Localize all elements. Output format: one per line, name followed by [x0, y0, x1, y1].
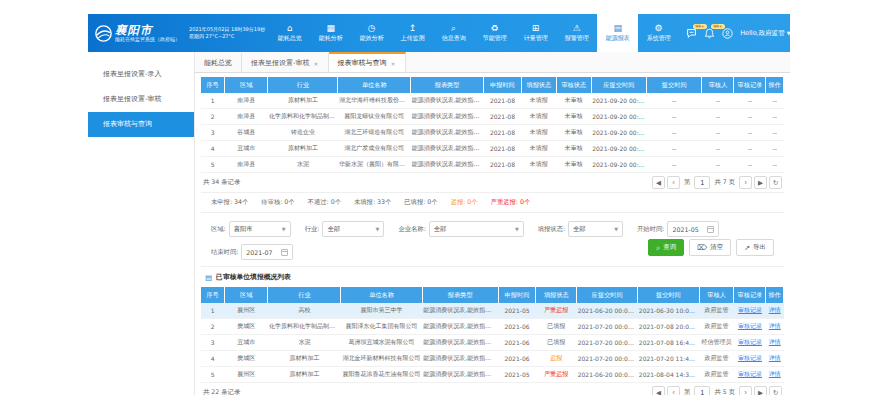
- last-page-button[interactable]: ▶: [754, 386, 767, 395]
- meter-icon: ⊞: [532, 23, 540, 33]
- table-cell: 2021-09-20 00:00:00: [591, 125, 646, 141]
- column-header: 行业: [268, 77, 338, 93]
- report-icon: ▤: [613, 23, 622, 33]
- table-row[interactable]: 2樊城区化学原料和化学制品制造业襄阳泽东化工集团有限公司能源消费状况表,能效指标…: [201, 319, 784, 335]
- refresh-icon[interactable]: ↻: [769, 386, 782, 395]
- table-row[interactable]: 3宜城市水泥葛洲坝宜城水泥有限公司能源消费状况表,能效指标情...2021-06…: [201, 335, 784, 351]
- table-row[interactable]: 4樊城区原材料加工湖北金环新材料科技有限公司能源消费状况表,能效指标情...20…: [201, 351, 784, 367]
- table-cell: 5: [201, 367, 224, 383]
- table-cell: 迟报: [536, 351, 577, 367]
- tab-3[interactable]: 报表审核与查询×: [329, 52, 406, 72]
- nav-item-1[interactable]: ⌂能耗总览: [269, 14, 310, 52]
- nav-item-9[interactable]: ▤能源报表: [597, 14, 638, 52]
- table-row[interactable]: 3谷城县铸造企业湖北三环锻造有限公司能源消费状况表,能效指标...2021-08…: [201, 125, 784, 141]
- table-cell: 2: [201, 319, 224, 335]
- column-header: 行业: [268, 287, 341, 303]
- table-cell: 2021-06-20 00:00:00: [577, 303, 638, 319]
- app-window: 襄阳市 能耗在线监管系统（政府端） 2021年05月02日 18时39分19秒 …: [88, 14, 790, 395]
- user-menu[interactable]: Hello,政府监管 ▼: [740, 29, 790, 38]
- table-cell: 政府监管: [699, 319, 734, 335]
- table-row[interactable]: 2南漳县化学原料和化学制品制造业襄阳龙蟒钛业有限公司能源消费状况表,能效指标..…: [201, 109, 784, 125]
- table-row[interactable]: 1南漳县原材料加工湖北华海纤维科技股份有...能源消费状况表,能效指标...20…: [201, 93, 784, 109]
- table-cell: 未审核: [556, 125, 591, 141]
- table-cell: 2021-06: [498, 351, 536, 367]
- detail-link[interactable]: 详情: [769, 338, 781, 345]
- sidebar-item-1[interactable]: 报表呈报设置-录入: [88, 62, 194, 87]
- refresh-icon[interactable]: ↻: [769, 176, 782, 189]
- detail-link[interactable]: 详情: [769, 354, 781, 361]
- page-input[interactable]: [694, 386, 710, 395]
- search-button[interactable]: ⌕查询: [648, 239, 684, 256]
- industry-select[interactable]: 全部▼: [322, 221, 384, 237]
- column-header: 序号: [201, 287, 224, 303]
- nav-item-2[interactable]: ▦能耗分析: [310, 14, 351, 52]
- table-cell: 未审核: [556, 93, 591, 109]
- region-select[interactable]: 襄阳市▼: [229, 221, 291, 237]
- table-cell: --: [702, 109, 734, 125]
- nav-item-10[interactable]: ⚙系统管理: [638, 14, 679, 52]
- pending-table-pager: ◀‹第共 7 页›▶↻: [652, 176, 782, 189]
- table-cell: 5: [201, 157, 224, 173]
- nav-item-7[interactable]: ⊞计量管理: [515, 14, 556, 52]
- table-row[interactable]: 1襄州区高校襄阳市第三中学能源消费状况表,能效指标情...2021-05严重迟报…: [201, 303, 784, 319]
- table-cell: 原材料加工: [268, 351, 341, 367]
- tab-1[interactable]: 能耗总览: [195, 52, 242, 72]
- table-row[interactable]: 5襄州区原材料加工襄阳鲁花浓香花生油有限公司能源消费状况表,能效指标情...20…: [201, 367, 784, 383]
- export-button[interactable]: ↗导出: [736, 239, 774, 256]
- nav-item-8[interactable]: ⚠报警管理: [556, 14, 597, 52]
- prev-page-button[interactable]: ‹: [667, 176, 680, 189]
- sidebar-item-3[interactable]: 报表审核与查询: [88, 112, 194, 137]
- close-icon[interactable]: ×: [314, 60, 319, 67]
- column-header: 区域: [224, 287, 268, 303]
- nav-item-5[interactable]: ⌕信息查询: [433, 14, 474, 52]
- tab-2[interactable]: 报表呈报设置-审核×: [242, 52, 329, 72]
- table-cell: 2021-06: [498, 335, 536, 351]
- detail-link[interactable]: 详情: [769, 370, 781, 377]
- audit-record-link[interactable]: 审核记录: [738, 306, 762, 313]
- table-cell: 详情: [766, 351, 784, 367]
- first-page-button[interactable]: ◀: [652, 386, 665, 395]
- company-select[interactable]: 全部▼: [429, 221, 524, 237]
- chevron-down-icon: ▼: [376, 226, 380, 232]
- message-button[interactable]: 99+: [686, 28, 697, 39]
- table-cell: --: [734, 109, 766, 125]
- nav-item-3[interactable]: ◷能效分析: [351, 14, 392, 52]
- nav-item-label: 系统管理: [647, 34, 671, 43]
- nav-item-label: 报警管理: [565, 34, 589, 43]
- fill-status-select[interactable]: 全部▼: [568, 221, 623, 237]
- page-input[interactable]: [694, 176, 710, 189]
- start-time-input[interactable]: 2021-05: [667, 221, 719, 237]
- table-row[interactable]: 5南漳县水泥华新水泥（襄阳）有限公司能源消费状况表,能效指标...2021-08…: [201, 157, 784, 173]
- table-cell: 湖北三环锻造有限公司: [338, 125, 411, 141]
- next-page-button[interactable]: ›: [739, 176, 752, 189]
- table-cell: 南漳县: [224, 93, 268, 109]
- sidebar-item-2[interactable]: 报表呈报设置-审核: [88, 87, 194, 112]
- detail-link[interactable]: 详情: [769, 306, 781, 313]
- total-pages-label: 共 7 页: [712, 178, 737, 187]
- detail-link[interactable]: 详情: [769, 322, 781, 329]
- audit-record-link[interactable]: 审核记录: [738, 354, 762, 361]
- audit-record-link[interactable]: 审核记录: [738, 322, 762, 329]
- last-page-button[interactable]: ▶: [754, 176, 767, 189]
- logout-button[interactable]: 退出: [798, 26, 807, 41]
- first-page-button[interactable]: ◀: [652, 176, 665, 189]
- audit-record-link[interactable]: 审核记录: [738, 338, 762, 345]
- table-cell: 政府监管: [699, 351, 734, 367]
- bell-icon: [704, 28, 715, 39]
- clear-button[interactable]: ⌦清空: [689, 239, 731, 256]
- table-cell: 3: [201, 335, 224, 351]
- close-icon[interactable]: ×: [391, 60, 396, 67]
- nav-item-6[interactable]: ♻节能管理: [474, 14, 515, 52]
- next-page-button[interactable]: ›: [739, 386, 752, 395]
- nav-item-4[interactable]: ↥上传监测: [392, 14, 433, 52]
- audit-record-link[interactable]: 审核记录: [738, 370, 762, 377]
- nav-item-label: 能效分析: [360, 34, 384, 43]
- prev-page-button[interactable]: ‹: [667, 386, 680, 395]
- pending-reports-table: 序号区域行业单位名称报表类型申报时间填报状态审核状态应提交时间提交时间审核人审核…: [201, 77, 784, 173]
- alarm-button[interactable]: 99+: [704, 28, 715, 39]
- table-cell: --: [647, 141, 702, 157]
- end-time-input[interactable]: 2021-07: [241, 244, 293, 260]
- table-row[interactable]: 4宜城市原材料加工湖北广发成业有限公司能源消费状况表,能效指标...2021-0…: [201, 141, 784, 157]
- avatar[interactable]: [722, 28, 733, 39]
- table-cell: 襄阳龙蟒钛业有限公司: [338, 109, 411, 125]
